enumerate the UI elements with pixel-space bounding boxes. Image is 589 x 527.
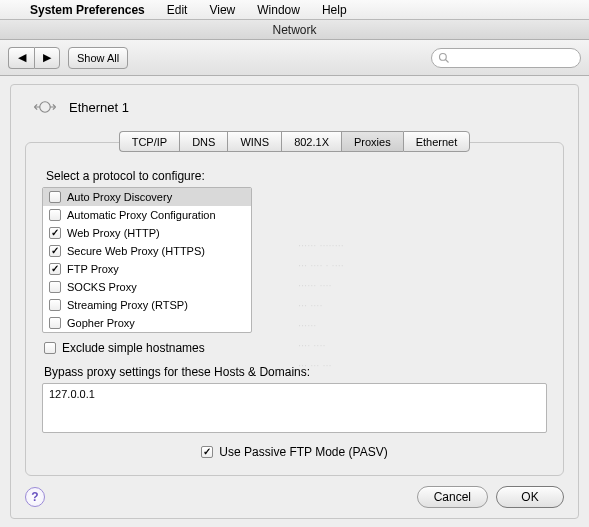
interface-header: Ethernet 1 (25, 93, 564, 131)
protocol-item-http[interactable]: Web Proxy (HTTP) (43, 224, 251, 242)
protocol-checkbox[interactable] (49, 263, 61, 275)
ethernet-icon (31, 97, 59, 117)
protocol-checkbox[interactable] (49, 299, 61, 311)
protocol-list[interactable]: Auto Proxy Discovery Automatic Proxy Con… (42, 187, 252, 333)
protocol-item-gopher[interactable]: Gopher Proxy (43, 314, 251, 332)
menu-window[interactable]: Window (251, 3, 306, 17)
window-toolbar: ◀ ▶ Show All (0, 40, 589, 76)
network-panel: Ethernet 1 TCP/IP DNS WINS 802.1X Proxie… (10, 84, 579, 519)
interface-name: Ethernet 1 (69, 100, 129, 115)
protocol-item-auto-config[interactable]: Automatic Proxy Configuration (43, 206, 251, 224)
tab-proxies[interactable]: Proxies (341, 131, 403, 152)
protocol-checkbox[interactable] (49, 317, 61, 329)
tab-dns[interactable]: DNS (179, 131, 227, 152)
nav-buttons: ◀ ▶ (8, 47, 60, 69)
pasv-label: Use Passive FTP Mode (PASV) (219, 445, 387, 459)
svg-point-0 (440, 53, 447, 60)
menu-help[interactable]: Help (316, 3, 353, 17)
pasv-checkbox[interactable] (201, 446, 213, 458)
pasv-row[interactable]: Use Passive FTP Mode (PASV) (42, 445, 547, 459)
bypass-textarea[interactable]: 127.0.0.1 (42, 383, 547, 433)
exclude-simple-row[interactable]: Exclude simple hostnames (44, 341, 547, 355)
forward-button[interactable]: ▶ (34, 47, 60, 69)
bypass-label: Bypass proxy settings for these Hosts & … (44, 365, 547, 379)
protocol-label: Auto Proxy Discovery (67, 191, 172, 203)
help-button[interactable]: ? (25, 487, 45, 507)
window-titlebar: Network (0, 20, 589, 40)
search-input[interactable] (431, 48, 581, 68)
protocol-label: SOCKS Proxy (67, 281, 137, 293)
proxies-tab-body: Select a protocol to configure: Auto Pro… (25, 142, 564, 476)
protocol-checkbox[interactable] (49, 245, 61, 257)
protocol-checkbox[interactable] (49, 227, 61, 239)
cancel-button[interactable]: Cancel (417, 486, 488, 508)
ok-button[interactable]: OK (496, 486, 564, 508)
protocol-item-ftp[interactable]: FTP Proxy (43, 260, 251, 278)
protocol-checkbox[interactable] (49, 191, 61, 203)
exclude-simple-label: Exclude simple hostnames (62, 341, 205, 355)
protocol-item-rtsp[interactable]: Streaming Proxy (RTSP) (43, 296, 251, 314)
protocol-select-label: Select a protocol to configure: (46, 169, 547, 183)
svg-point-2 (40, 102, 51, 113)
protocol-item-auto-discovery[interactable]: Auto Proxy Discovery (43, 188, 251, 206)
tab-bar: TCP/IP DNS WINS 802.1X Proxies Ethernet (25, 131, 564, 152)
protocol-label: Web Proxy (HTTP) (67, 227, 160, 239)
app-menu[interactable]: System Preferences (24, 3, 151, 17)
protocol-checkbox[interactable] (49, 209, 61, 221)
tab-ethernet[interactable]: Ethernet (403, 131, 471, 152)
protocol-label: Secure Web Proxy (HTTPS) (67, 245, 205, 257)
protocol-label: Gopher Proxy (67, 317, 135, 329)
menu-edit[interactable]: Edit (161, 3, 194, 17)
protocol-label: Streaming Proxy (RTSP) (67, 299, 188, 311)
exclude-simple-checkbox[interactable] (44, 342, 56, 354)
dialog-footer: ? Cancel OK (25, 486, 564, 508)
tab-tcpip[interactable]: TCP/IP (119, 131, 179, 152)
search-icon (438, 52, 450, 64)
protocol-label: FTP Proxy (67, 263, 119, 275)
show-all-button[interactable]: Show All (68, 47, 128, 69)
svg-line-1 (446, 59, 449, 62)
tab-8021x[interactable]: 802.1X (281, 131, 341, 152)
system-menubar: System Preferences Edit View Window Help (0, 0, 589, 20)
content-pane: Ethernet 1 TCP/IP DNS WINS 802.1X Proxie… (0, 76, 589, 527)
protocol-item-socks[interactable]: SOCKS Proxy (43, 278, 251, 296)
protocol-label: Automatic Proxy Configuration (67, 209, 216, 221)
back-button[interactable]: ◀ (8, 47, 34, 69)
window-title: Network (272, 23, 316, 37)
protocol-checkbox[interactable] (49, 281, 61, 293)
menu-view[interactable]: View (203, 3, 241, 17)
tab-wins[interactable]: WINS (227, 131, 281, 152)
protocol-item-https[interactable]: Secure Web Proxy (HTTPS) (43, 242, 251, 260)
